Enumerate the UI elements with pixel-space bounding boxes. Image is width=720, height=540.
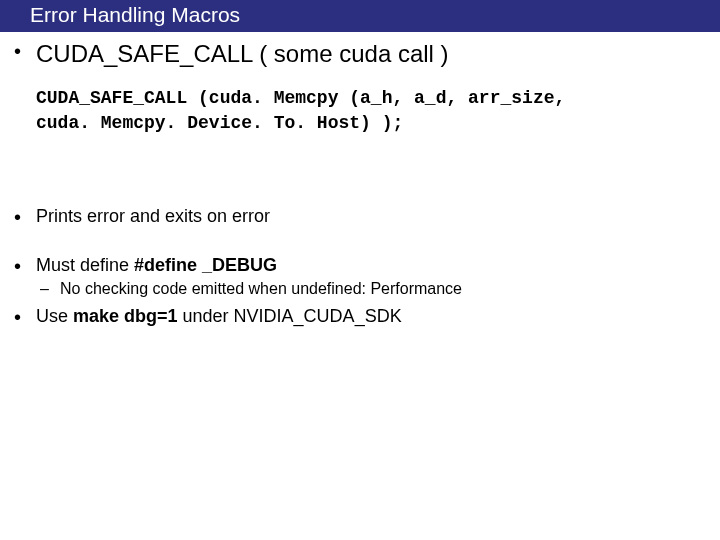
sub-bullet-no-checking: No checking code emitted when undefined:… xyxy=(36,280,720,298)
bullet-text: Prints error and exits on error xyxy=(36,206,270,226)
code-line-2: cuda. Memcpy. Device. To. Host) ); xyxy=(36,113,403,133)
spacer xyxy=(0,136,720,206)
bullet-cuda-safe-call: CUDA_SAFE_CALL ( some cuda call ) xyxy=(0,40,720,68)
bullet-text: CUDA_SAFE_CALL ( some cuda call ) xyxy=(36,40,449,67)
bullet-text-pre: Must define xyxy=(36,255,134,275)
sub-bullet-text: No checking code emitted when undefined:… xyxy=(60,280,462,297)
bullet-list-2: Prints error and exits on error xyxy=(0,206,720,227)
slide-title: Error Handling Macros xyxy=(30,3,240,26)
bullet-text-post: under NVIDIA_CUDA_SDK xyxy=(178,306,402,326)
bullet-make-dbg: Use make dbg=1 under NVIDIA_CUDA_SDK xyxy=(0,306,720,327)
code-block: CUDA_SAFE_CALL (cuda. Memcpy (a_h, a_d, … xyxy=(0,76,720,136)
slide-title-bar: Error Handling Macros xyxy=(0,0,720,32)
bullet-prints-error: Prints error and exits on error xyxy=(0,206,720,227)
bullet-define-debug: Must define #define _DEBUG No checking c… xyxy=(0,255,720,298)
bullet-list-3: Must define #define _DEBUG No checking c… xyxy=(0,255,720,327)
bullet-text-bold: make dbg=1 xyxy=(73,306,178,326)
sub-bullet-list: No checking code emitted when undefined:… xyxy=(36,280,720,298)
bullet-list: CUDA_SAFE_CALL ( some cuda call ) xyxy=(0,40,720,68)
spacer xyxy=(0,235,720,255)
bullet-text-bold: #define _DEBUG xyxy=(134,255,277,275)
bullet-text-pre: Use xyxy=(36,306,73,326)
code-line-1: CUDA_SAFE_CALL (cuda. Memcpy (a_h, a_d, … xyxy=(36,88,565,108)
slide-content: CUDA_SAFE_CALL ( some cuda call ) CUDA_S… xyxy=(0,32,720,327)
